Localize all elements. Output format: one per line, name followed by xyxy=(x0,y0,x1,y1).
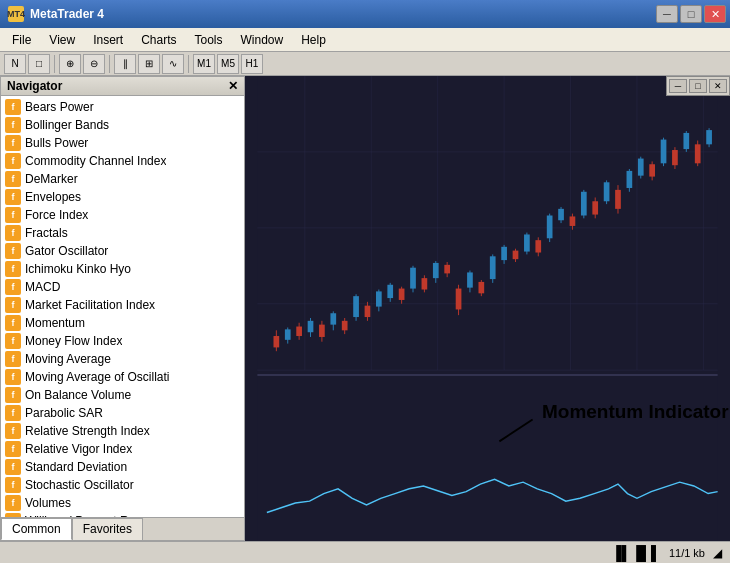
nav-item-parabolic-sar[interactable]: f Parabolic SAR xyxy=(1,404,244,422)
svg-rect-67 xyxy=(581,192,587,216)
nav-item-bulls-power[interactable]: f Bulls Power xyxy=(1,134,244,152)
toolbar: N □ ⊕ ⊖ ∥ ⊞ ∿ M1 M5 H1 xyxy=(0,52,730,76)
svg-rect-35 xyxy=(399,289,405,300)
indicator-icon: f xyxy=(5,261,21,277)
nav-item-rvi[interactable]: f Relative Vigor Index xyxy=(1,440,244,458)
menu-charts[interactable]: Charts xyxy=(133,31,184,49)
nav-item-macd[interactable]: f MACD xyxy=(1,278,244,296)
svg-rect-51 xyxy=(490,256,496,279)
maximize-button[interactable]: □ xyxy=(680,5,702,23)
nav-item-fractals[interactable]: f Fractals xyxy=(1,224,244,242)
annotation-text: Momentum Indicator xyxy=(542,401,729,422)
nav-label: Standard Deviation xyxy=(25,460,127,474)
toolbar-zoom-in[interactable]: ⊕ xyxy=(59,54,81,74)
nav-label: Fractals xyxy=(25,226,68,240)
toolbar-chart-bar[interactable]: ∥ xyxy=(114,54,136,74)
toolbar-chart-line[interactable]: ∿ xyxy=(162,54,184,74)
nav-label: Gator Oscillator xyxy=(25,244,108,258)
nav-item-bollinger-bands[interactable]: f Bollinger Bands xyxy=(1,116,244,134)
toolbar-zoom-out[interactable]: ⊖ xyxy=(83,54,105,74)
inner-close[interactable]: ✕ xyxy=(709,79,727,93)
svg-rect-37 xyxy=(410,268,416,289)
indicator-icon: f xyxy=(5,315,21,331)
toolbar-new[interactable]: N xyxy=(4,54,26,74)
svg-rect-59 xyxy=(535,240,541,252)
indicator-icon: f xyxy=(5,297,21,313)
nav-item-std-dev[interactable]: f Standard Deviation xyxy=(1,458,244,476)
indicator-icon: f xyxy=(5,333,21,349)
svg-rect-31 xyxy=(376,291,382,306)
menu-insert[interactable]: Insert xyxy=(85,31,131,49)
nav-label: Bollinger Bands xyxy=(25,118,109,132)
chart-area[interactable]: ─ □ ✕ xyxy=(245,76,730,541)
nav-label: Stochastic Oscillator xyxy=(25,478,134,492)
toolbar-period-m1[interactable]: M1 xyxy=(193,54,215,74)
svg-rect-27 xyxy=(353,296,359,317)
inner-maximize[interactable]: □ xyxy=(689,79,707,93)
indicator-icon: f xyxy=(5,423,21,439)
nav-label: DeMarker xyxy=(25,172,78,186)
nav-item-force-index[interactable]: f Force Index xyxy=(1,206,244,224)
nav-item-ichimoku[interactable]: f Ichimoku Kinko Hyo xyxy=(1,260,244,278)
nav-item-money-flow[interactable]: f Money Flow Index xyxy=(1,332,244,350)
svg-rect-19 xyxy=(308,321,314,332)
menu-tools[interactable]: Tools xyxy=(187,31,231,49)
nav-label: Relative Vigor Index xyxy=(25,442,132,456)
nav-item-cci[interactable]: f Commodity Channel Index xyxy=(1,152,244,170)
svg-rect-87 xyxy=(695,144,701,163)
inner-minimize[interactable]: ─ xyxy=(669,79,687,93)
svg-rect-85 xyxy=(683,133,689,149)
svg-rect-25 xyxy=(342,321,348,330)
svg-rect-39 xyxy=(422,278,428,289)
indicator-icon: f xyxy=(5,117,21,133)
nav-label: Moving Average of Oscillati xyxy=(25,370,170,384)
toolbar-period-m5[interactable]: M5 xyxy=(217,54,239,74)
menu-help[interactable]: Help xyxy=(293,31,334,49)
nav-item-envelopes[interactable]: f Envelopes xyxy=(1,188,244,206)
svg-rect-15 xyxy=(285,329,291,339)
nav-item-stochastic[interactable]: f Stochastic Oscillator xyxy=(1,476,244,494)
nav-item-bears-power[interactable]: f Bears Power xyxy=(1,98,244,116)
nav-label: Volumes xyxy=(25,496,71,510)
toolbar-open[interactable]: □ xyxy=(28,54,50,74)
close-button[interactable]: ✕ xyxy=(704,5,726,23)
nav-item-demarker[interactable]: f DeMarker xyxy=(1,170,244,188)
nav-item-obv[interactable]: f On Balance Volume xyxy=(1,386,244,404)
window-controls[interactable]: ─ □ ✕ xyxy=(656,5,726,23)
nav-item-mao[interactable]: f Moving Average of Oscillati xyxy=(1,368,244,386)
svg-rect-75 xyxy=(627,171,633,188)
nav-item-rsi[interactable]: f Relative Strength Index xyxy=(1,422,244,440)
toolbar-period-h1[interactable]: H1 xyxy=(241,54,263,74)
nav-label: Envelopes xyxy=(25,190,81,204)
title-bar: MT4 MetaTrader 4 ─ □ ✕ xyxy=(0,0,730,28)
nav-label: Parabolic SAR xyxy=(25,406,103,420)
menu-file[interactable]: File xyxy=(4,31,39,49)
svg-rect-17 xyxy=(296,327,302,336)
nav-item-momentum[interactable]: f Momentum xyxy=(1,314,244,332)
svg-rect-65 xyxy=(570,216,576,225)
menu-view[interactable]: View xyxy=(41,31,83,49)
nav-item-volumes[interactable]: f Volumes xyxy=(1,494,244,512)
tab-favorites[interactable]: Favorites xyxy=(72,518,143,540)
resize-grip-icon: ◢ xyxy=(713,546,722,560)
toolbar-chart-candle[interactable]: ⊞ xyxy=(138,54,160,74)
nav-item-moving-average[interactable]: f Moving Average xyxy=(1,350,244,368)
navigator-tabs: Common Favorites xyxy=(1,517,244,540)
nav-item-gator-oscillator[interactable]: f Gator Oscillator xyxy=(1,242,244,260)
indicator-icon: f xyxy=(5,99,21,115)
menu-window[interactable]: Window xyxy=(233,31,292,49)
svg-rect-47 xyxy=(467,272,473,287)
nav-item-mfi[interactable]: f Market Facilitation Index xyxy=(1,296,244,314)
svg-rect-61 xyxy=(547,216,553,239)
indicator-icon: f xyxy=(5,441,21,457)
navigator-list[interactable]: f Bears Power f Bollinger Bands f Bulls … xyxy=(1,96,244,517)
menu-bar: File View Insert Charts Tools Window Hel… xyxy=(0,28,730,52)
svg-rect-0 xyxy=(257,76,717,541)
navigator-close-icon[interactable]: ✕ xyxy=(228,79,238,93)
svg-rect-21 xyxy=(319,325,325,337)
nav-label: Bears Power xyxy=(25,100,94,114)
chart-svg: Momentum Indicator xyxy=(245,76,730,541)
minimize-button[interactable]: ─ xyxy=(656,5,678,23)
indicator-icon: f xyxy=(5,225,21,241)
tab-common[interactable]: Common xyxy=(1,518,72,540)
